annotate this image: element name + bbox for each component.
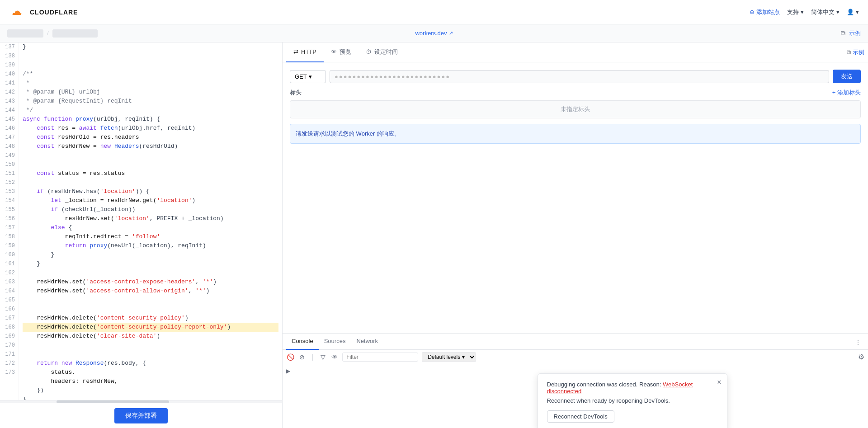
chevron-down-icon: ▾ <box>309 73 312 80</box>
user-menu[interactable]: 👤 ▾ <box>847 9 859 15</box>
code-line: const resHdrNew = new Headers(resHdrOld) <box>23 142 278 151</box>
settings-icon[interactable]: ⚙ <box>858 353 864 361</box>
code-line: const res = await fetch(urlObj.href, req… <box>23 124 278 133</box>
example-link[interactable]: 示例 <box>849 29 861 38</box>
add-site-button[interactable]: ⊕ 添加站点 <box>750 8 780 16</box>
code-line: headers: resHdrNew, <box>23 377 278 386</box>
levels-select[interactable]: Default levels ▾ <box>422 352 476 362</box>
no-headers-label: 未指定标头 <box>290 100 861 118</box>
eye-toolbar-icon[interactable]: 👁 <box>330 353 339 361</box>
tabs-right: ⧉ 示例 <box>847 48 864 56</box>
support-menu[interactable]: 支持 ▾ <box>787 8 804 16</box>
code-line: }) <box>23 386 278 395</box>
code-panel: 137 138 139 140 141 142 143 144 145 146 … <box>0 42 283 428</box>
console-toolbar: 🚫 ⊘ | ▽ 👁 Default levels ▾ ⚙ <box>283 350 868 364</box>
popup-title: Debugging connection was closed. Reason:… <box>547 381 718 395</box>
http-form: GET ▾ ●●●●●●●●●●●●●●●●●●●●●●●●●● 发送 标头 +… <box>283 62 868 333</box>
filter-input[interactable] <box>342 353 418 362</box>
code-line <box>23 341 278 350</box>
code-line: return proxy(newUrl(_location), reqInit) <box>23 241 278 250</box>
tab-http[interactable]: ⇄ HTTP <box>286 42 324 62</box>
main-layout: 137 138 139 140 141 142 143 144 145 146 … <box>0 42 868 428</box>
topnav-left: CLOUDFLARE <box>9 7 78 18</box>
send-button[interactable]: 发送 <box>833 70 861 83</box>
code-line: * <box>23 79 278 88</box>
reconnect-button[interactable]: Reconnect DevTools <box>547 410 614 423</box>
tab-sources[interactable]: Sources <box>319 334 351 350</box>
bottom-panel: Console Sources Network ⋮ 🚫 ⊘ | ▽ 👁 Defa… <box>283 333 868 428</box>
block-icon[interactable]: ⊘ <box>298 353 306 361</box>
code-content[interactable]: } /** * * @param {URL} urlObj * @param {… <box>19 42 282 400</box>
code-line: resHdrNew.set('access-control-allow-orig… <box>23 287 278 296</box>
language-menu[interactable]: 简体中文 ▾ <box>811 8 840 16</box>
headers-label-row: 标头 + 添加标头 <box>290 89 861 97</box>
console-content: ▶ × Debugging connection was closed. Rea… <box>283 364 868 428</box>
tab-schedule[interactable]: ⏱ 设定时间 <box>359 42 405 62</box>
debug-popup: × Debugging connection was closed. Reaso… <box>538 373 727 428</box>
headers-section: 标头 + 添加标头 未指定标头 <box>290 89 861 118</box>
code-line <box>23 151 278 160</box>
code-line: resHdrNew.set('location', PREFIX + _loca… <box>23 214 278 223</box>
tab-preview[interactable]: 👁 预览 <box>324 42 359 62</box>
add-header-button[interactable]: + 添加标头 <box>832 89 861 97</box>
code-line: * @param {URL} urlObj <box>23 88 278 97</box>
cloudflare-logo-icon <box>9 7 26 18</box>
user-icon: 👤 <box>847 9 854 15</box>
workers-dev-link[interactable]: workers.dev ↗ <box>415 30 453 37</box>
topnav: CLOUDFLARE ⊕ 添加站点 支持 ▾ 简体中文 ▾ 👤 ▾ <box>0 0 868 24</box>
line-numbers: 137 138 139 140 141 142 143 144 145 146 … <box>0 42 19 400</box>
url-input[interactable]: ●●●●●●●●●●●●●●●●●●●●●●●●●● <box>330 70 829 83</box>
code-lines: 137 138 139 140 141 142 143 144 145 146 … <box>0 42 282 400</box>
console-tabs: Console Sources Network ⋮ <box>283 334 868 350</box>
plus-icon: ⊕ <box>750 9 755 15</box>
code-line <box>23 350 278 359</box>
code-line: const resHdrOld = res.headers <box>23 133 278 142</box>
file-name-placeholder <box>52 29 98 38</box>
code-line <box>23 305 278 314</box>
right-panel: ⇄ HTTP 👁 预览 ⏱ 设定时间 ⧉ 示例 <box>283 42 868 428</box>
clear-console-icon[interactable]: 🚫 <box>286 353 294 361</box>
info-box: 请发送请求以测试您的 Worker 的响应。 <box>290 124 861 144</box>
code-line: } <box>23 42 278 52</box>
code-line: } <box>23 395 278 400</box>
code-line: */ <box>23 106 278 115</box>
chevron-down-icon: ▾ <box>801 9 804 15</box>
split-icon: ⧉ <box>847 49 851 56</box>
save-deploy-button[interactable]: 保存并部署 <box>114 408 168 423</box>
code-line: resHdrNew.delete('content-security-polic… <box>23 323 278 332</box>
code-line: /** <box>23 70 278 79</box>
scrollbar-thumb <box>57 400 170 403</box>
code-line <box>23 61 278 70</box>
code-line: resHdrNew.set('access-control-expose-hea… <box>23 277 278 287</box>
toolbar-separator: | <box>311 353 313 361</box>
tab-network[interactable]: Network <box>351 334 383 350</box>
code-editor[interactable]: 137 138 139 140 141 142 143 144 145 146 … <box>0 42 282 400</box>
code-line: } <box>23 259 278 268</box>
clock-icon: ⏱ <box>366 48 372 55</box>
chevron-down-icon: ▾ <box>836 9 840 15</box>
example-button[interactable]: 示例 <box>853 48 864 56</box>
code-line: } <box>23 250 278 259</box>
code-line: async function proxy(urlObj, reqInit) { <box>23 115 278 124</box>
eye-icon: 👁 <box>331 48 337 55</box>
split-view-icon: ⧉ <box>841 29 845 37</box>
subnav-left: / <box>7 29 98 38</box>
code-line: reqInit.redirect = 'follow' <box>23 232 278 241</box>
http-tabs: ⇄ HTTP 👁 预览 ⏱ 设定时间 ⧉ 示例 <box>283 42 868 62</box>
popup-close-button[interactable]: × <box>717 378 721 386</box>
code-line <box>23 296 278 305</box>
filter-toggle-icon[interactable]: ▽ <box>319 353 327 361</box>
center-file-link: workers.dev ↗ <box>415 30 453 37</box>
horizontal-scrollbar[interactable] <box>0 400 282 403</box>
popup-subtitle: Reconnect when ready by reopening DevToo… <box>547 397 718 404</box>
tab-console[interactable]: Console <box>286 334 319 350</box>
code-line <box>23 52 278 61</box>
method-select[interactable]: GET ▾ <box>290 70 326 83</box>
save-btn-bar: 保存并部署 <box>0 403 282 428</box>
console-expand-icon[interactable]: ⋮ <box>852 338 864 346</box>
code-line <box>23 178 278 187</box>
code-line: const status = res.status <box>23 169 278 178</box>
worker-name-placeholder <box>7 29 43 38</box>
cloudflare-logo[interactable]: CLOUDFLARE <box>9 7 78 18</box>
code-line: status, <box>23 368 278 377</box>
